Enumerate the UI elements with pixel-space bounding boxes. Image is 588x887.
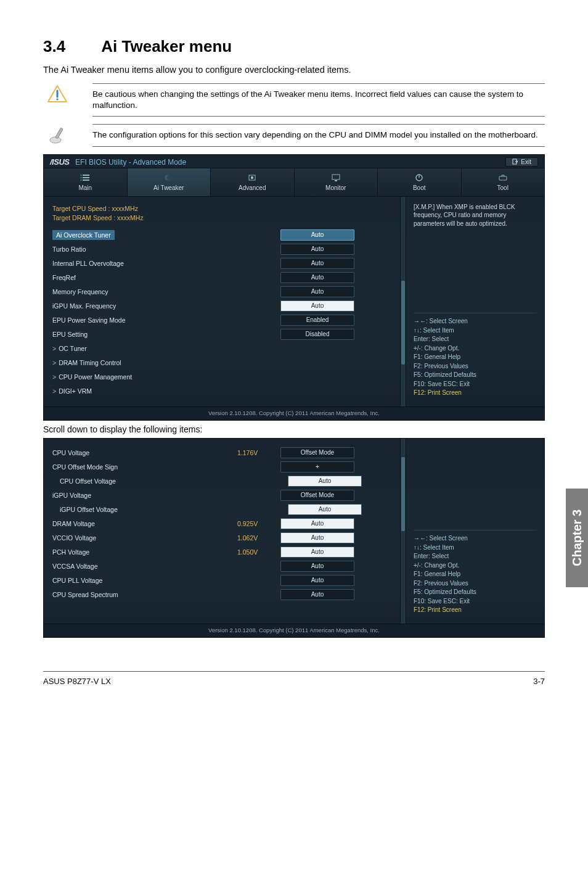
setting-label: PCH Voltage [52,548,237,556]
target-cpu-speed: Target CPU Speed : xxxxMHz [52,205,391,212]
scroll-thumb[interactable] [401,281,405,365]
scroll-note: Scroll down to display the following ite… [43,424,545,434]
setting-row[interactable]: VCCIO Voltage1.062VAuto [52,532,391,544]
setting-label: iGPU Offset Voltage [52,506,245,513]
setting-row[interactable]: CPU Offset Mode Sign+ [52,461,391,473]
help-key-line: +/-: Change Opt. [414,561,537,571]
setting-value[interactable]: Auto [288,504,362,515]
scrollbar[interactable] [400,197,406,406]
setting-row[interactable]: >DIGI+ VRM [52,385,391,397]
tweaker-icon [128,172,211,183]
setting-row[interactable]: Ai Overclock TunerAuto [52,229,391,241]
target-dram-speed: Target DRAM Speed : xxxxMHz [52,214,391,221]
setting-value[interactable]: Offset Mode [280,447,354,458]
setting-value[interactable]: Auto [280,286,354,297]
setting-value[interactable]: Auto [280,272,354,283]
svg-point-2 [50,137,61,143]
svg-rect-15 [332,175,340,179]
chevron-right-icon: > [52,387,56,395]
setting-row[interactable]: EPU SettingDisabled [52,328,391,340]
setting-row[interactable]: Internal PLL OvervoltageAuto [52,257,391,270]
scrollbar[interactable] [400,439,406,624]
setting-readout: 1.062V [237,534,280,542]
setting-value[interactable]: Auto [280,244,354,255]
setting-value[interactable]: Auto [280,258,354,269]
setting-row[interactable]: >DRAM Timing Control [52,357,391,369]
help-key-line: F10: Save ESC: Exit [414,380,537,389]
setting-label: VCCSA Voltage [52,563,237,570]
setting-row[interactable]: iGPU VoltageOffset Mode [52,489,391,501]
setting-label: DRAM Voltage [52,520,237,527]
setting-row[interactable]: CPU Voltage1.176VOffset Mode [52,447,391,459]
setting-label: iGPU Voltage [52,492,237,499]
setting-row[interactable]: CPU PLL VoltageAuto [52,574,391,587]
setting-value[interactable]: Auto [280,575,354,586]
help-key-line: ↑↓: Select Item [414,543,537,553]
setting-row[interactable]: VCCSA VoltageAuto [52,560,391,572]
help-key-line: F2: Previous Values [414,579,537,588]
setting-label: Turbo Ratio [52,245,237,253]
setting-value[interactable]: + [280,461,354,472]
bios-tabs: Main Ai Tweaker Advanced Monitor Boot To… [44,168,544,197]
setting-value[interactable]: Auto [280,518,354,529]
setting-label: >DRAM Timing Control [52,359,237,366]
setting-value[interactable]: Offset Mode [280,490,354,501]
section-heading: 3.4 Ai Tweaker menu [43,37,545,56]
footer-model: ASUS P8Z77-V LX [43,677,111,686]
setting-value[interactable]: Auto [280,229,354,241]
note-text: The configuration options for this secti… [92,124,545,146]
setting-label: CPU Offset Mode Sign [52,463,237,471]
chevron-right-icon: > [52,345,56,352]
tab-advanced[interactable]: Advanced [211,168,295,196]
monitor-icon [295,172,378,183]
setting-row[interactable]: Turbo RatioAuto [52,243,391,255]
setting-row[interactable]: FreqRefAuto [52,271,391,284]
setting-readout: 1.050V [237,548,280,556]
help-key-line: F1: General Help [414,570,537,579]
setting-row[interactable]: >OC Tuner [52,342,391,355]
svg-rect-14 [251,176,253,179]
setting-label: >DIGI+ VRM [52,387,237,395]
setting-row[interactable]: CPU Offset VoltageAuto [52,475,391,487]
setting-value[interactable]: Auto [280,532,354,543]
svg-point-12 [167,175,173,181]
tab-monitor[interactable]: Monitor [295,168,378,196]
setting-readout: 1.176V [237,449,280,456]
setting-value[interactable]: Auto [280,547,354,558]
tab-tool[interactable]: Tool [462,168,545,196]
setting-readout: 0.925V [237,520,280,527]
scroll-thumb[interactable] [401,457,405,531]
setting-row[interactable]: Memory FrequencyAuto [52,286,391,298]
setting-row[interactable]: EPU Power Saving ModeEnabled [52,314,391,326]
setting-value[interactable]: Auto [288,476,362,487]
setting-value[interactable]: Auto [280,561,354,572]
note-icon [43,124,71,146]
help-key-line: F5: Optimized Defaults [414,371,537,380]
warning-icon [43,83,71,103]
intro-text: The Ai Tweaker menu items allow you to c… [43,65,545,75]
setting-row[interactable]: >CPU Power Management [52,371,391,383]
setting-row[interactable]: PCH Voltage1.050VAuto [52,546,391,558]
chevron-right-icon: > [52,373,56,381]
setting-row[interactable]: iGPU Offset VoltageAuto [52,503,391,516]
setting-row[interactable]: iGPU Max. FrequencyAuto [52,300,391,312]
chapter-tab: Chapter 3 [566,489,588,587]
setting-label: CPU Spread Spectrum [52,591,237,598]
setting-row[interactable]: CPU Spread SpectrumAuto [52,588,391,601]
tool-icon [462,172,545,183]
help-key-line: Enter: Select [414,552,537,561]
help-key-line: F1: General Help [414,353,537,362]
exit-button[interactable]: Exit [505,157,538,167]
tab-main[interactable]: Main [44,168,128,196]
setting-label: EPU Power Saving Mode [52,316,237,324]
help-key-line: F10: Save ESC: Exit [414,597,537,606]
setting-value[interactable]: Auto [280,589,354,600]
tab-ai-tweaker[interactable]: Ai Tweaker [128,168,211,196]
setting-row[interactable]: DRAM Voltage0.925VAuto [52,518,391,530]
warning-text: Be cautious when changing the settings o… [92,83,545,117]
help-key-line: →←: Select Screen [414,317,537,326]
setting-value[interactable]: Enabled [280,315,354,326]
tab-boot[interactable]: Boot [378,168,462,196]
setting-value[interactable]: Auto [280,300,354,311]
setting-value[interactable]: Disabled [280,329,354,340]
